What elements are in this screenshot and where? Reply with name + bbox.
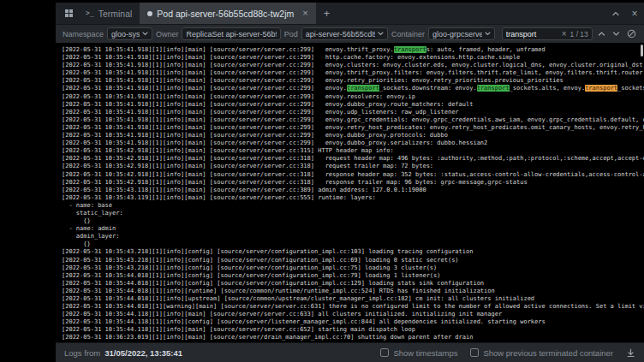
log-line: [2022-05-31 10:35:41.918][1][info][main]… [62, 77, 644, 85]
log-line: admin_layer: [62, 233, 644, 240]
search-input[interactable] [506, 30, 558, 39]
logs-dock-panel: >_ Terminal Pod api-server-56b55cd88c-tw… [56, 0, 644, 362]
chevron-down-icon [612, 30, 620, 38]
logs-from-timestamp: 31/05/2022, 13:35:41 [104, 348, 182, 358]
log-lines: [2022-05-31 10:35:41.918][1][info][main]… [62, 46, 644, 342]
log-line: [2022-05-31 10:35:43.119][1][info][main]… [62, 194, 644, 202]
log-line: [2022-05-31 10:35:44.018][1][warning][ma… [62, 303, 644, 311]
log-line: [2022-05-31 10:35:42.918][1][info][main]… [62, 147, 644, 155]
pod-tab-label: Pod api-server-56b55cd88c-tw2jm [157, 9, 294, 19]
owner-value: ReplicaSet api-server-56b5... [186, 30, 276, 39]
log-line: [2022-05-31 10:35:42.918][1][info][main]… [62, 171, 644, 179]
close-icon: × [631, 8, 637, 20]
caret-down-icon [378, 32, 384, 36]
log-line: [2022-05-31 10:35:41.918][1][info][main]… [62, 62, 644, 69]
log-line: [2022-05-31 10:35:44.018][1][info][upstr… [62, 295, 644, 303]
log-line: [2022-05-31 10:35:41.918][1][info][main]… [62, 85, 644, 92]
log-line: [2022-05-31 10:35:43.218][1][info][confi… [62, 257, 644, 264]
pod-icon [147, 11, 152, 16]
show-previous-label: Show previous terminated container [483, 348, 613, 358]
log-line: [2022-05-31 10:35:44.018][1][info][confi… [62, 272, 644, 280]
log-line: [2022-05-31 10:35:41.918][1][info][main]… [62, 124, 644, 132]
log-line: [2022-05-31 10:35:43.218][1][info][confi… [62, 248, 644, 256]
terminal-tab-label: Terminal [98, 9, 133, 19]
log-line: [2022-05-31 10:35:41.918][1][info][main]… [62, 93, 644, 101]
logs-toolbar: Namespace gloo-sys... Owner ReplicaSet a… [56, 24, 644, 43]
caret-down-icon [485, 32, 491, 36]
chevron-up-icon [611, 9, 620, 18]
log-line: [2022-05-31 10:35:41.918][1][info][main]… [62, 54, 644, 62]
log-line: [2022-05-31 10:35:41.918][1][info][main]… [62, 101, 644, 109]
download-icon [626, 348, 635, 358]
log-line: [2022-05-31 10:35:44.018][1][info][runti… [62, 288, 644, 295]
previous-match-button[interactable] [596, 27, 607, 41]
pod-value: api-server-56b55cd88... [306, 30, 375, 39]
log-viewer[interactable]: [2022-05-31 10:35:41.918][1][info][main]… [56, 43, 644, 342]
log-line: [2022-05-31 10:35:42.918][1][info][main]… [62, 155, 644, 163]
search-box: × 1 / 13 [502, 27, 593, 40]
next-match-button[interactable] [611, 27, 622, 41]
caret-down-icon [142, 32, 148, 36]
log-line: [2022-05-31 10:35:41.918][1][info][main]… [62, 139, 644, 147]
container-value: gloo-grpcserve... [432, 30, 482, 39]
namespace-select[interactable]: gloo-sys... [107, 27, 152, 40]
show-previous-checkbox[interactable] [470, 348, 479, 357]
show-timestamps-label: Show timestamps [393, 348, 457, 358]
log-line: [2022-05-31 10:35:44.118][1][info][confi… [62, 318, 644, 326]
log-line: - name: base [62, 202, 644, 210]
log-line: [2022-05-31 10:35:41.918][1][info][main]… [62, 46, 644, 54]
circle-slash-icon [627, 29, 636, 39]
clear-search-icon[interactable]: × [562, 30, 567, 39]
logs-footer: Logs from 31/05/2022, 13:35:41 Show time… [56, 342, 644, 362]
log-line: {} [62, 217, 644, 225]
log-line: [2022-05-31 10:35:43.218][1][info][confi… [62, 264, 644, 272]
log-line: [2022-05-31 10:35:41.918][1][info][main]… [62, 116, 644, 124]
log-line: [2022-05-31 10:35:42.918][1][info][main]… [62, 163, 644, 170]
tab-terminal[interactable]: >_ Terminal [78, 3, 140, 24]
log-line: [2022-05-31 10:35:41.918][1][info][main]… [62, 69, 644, 77]
container-label: Container [391, 30, 425, 39]
pod-label: Pod [284, 30, 298, 39]
show-timestamps-checkbox[interactable] [380, 348, 389, 357]
log-line: [2022-05-31 10:35:44.018][1][info][confi… [62, 280, 644, 288]
log-line: [2022-05-31 10:35:41.918][1][info][main]… [62, 109, 644, 116]
tab-pod-logs[interactable]: Pod api-server-56b55cd88c-tw2jm × [140, 3, 315, 24]
logs-from-label: Logs from [64, 348, 100, 358]
scrollbar-thumb[interactable] [641, 45, 643, 56]
pod-select[interactable]: api-server-56b55cd88... [301, 27, 388, 40]
search-match-highlight: transport [477, 85, 510, 92]
download-logs-button[interactable] [626, 348, 635, 358]
log-line: [2022-05-31 10:35:43.118][1][info][main]… [62, 187, 644, 194]
log-line: [2022-05-31 10:35:44.118][1][info][main]… [62, 311, 644, 318]
namespace-value: gloo-sys... [111, 30, 140, 39]
circle-slash-button[interactable] [626, 27, 637, 41]
namespace-label: Namespace [63, 30, 104, 39]
log-line: [2022-05-31 10:36:23.019][1][info][main]… [62, 334, 644, 341]
new-tab-button[interactable]: + [316, 3, 338, 24]
owner-value-box: ReplicaSet api-server-56b5... [182, 27, 280, 40]
dock-menu-button[interactable] [59, 3, 78, 24]
left-gutter [0, 0, 56, 362]
container-select[interactable]: gloo-grpcserve... [428, 27, 495, 40]
log-line: {} [62, 240, 644, 248]
owner-label: Owner [156, 30, 179, 39]
close-tab-icon[interactable]: × [302, 9, 307, 18]
close-dock-button[interactable]: × [625, 3, 644, 24]
log-line: [2022-05-31 10:35:44.118][1][info][main]… [62, 326, 644, 334]
search-match-highlight: transport [394, 46, 426, 53]
log-line: [2022-05-31 10:35:42.918][1][info][main]… [62, 179, 644, 187]
log-line: [2022-05-31 10:35:41.918][1][info][main]… [62, 132, 644, 139]
search-match-counter: 1 / 13 [570, 30, 588, 39]
log-line: static_layer: [62, 210, 644, 217]
dock-tab-bar: >_ Terminal Pod api-server-56b55cd88c-tw… [56, 0, 644, 24]
grid-icon [64, 9, 74, 18]
terminal-icon: >_ [86, 9, 94, 17]
chevron-up-icon [598, 30, 605, 38]
log-line: - name: admin [62, 225, 644, 233]
search-match-highlight: transport [347, 85, 379, 92]
maximize-dock-button[interactable] [606, 3, 625, 24]
search-match-highlight: transport [585, 85, 617, 92]
